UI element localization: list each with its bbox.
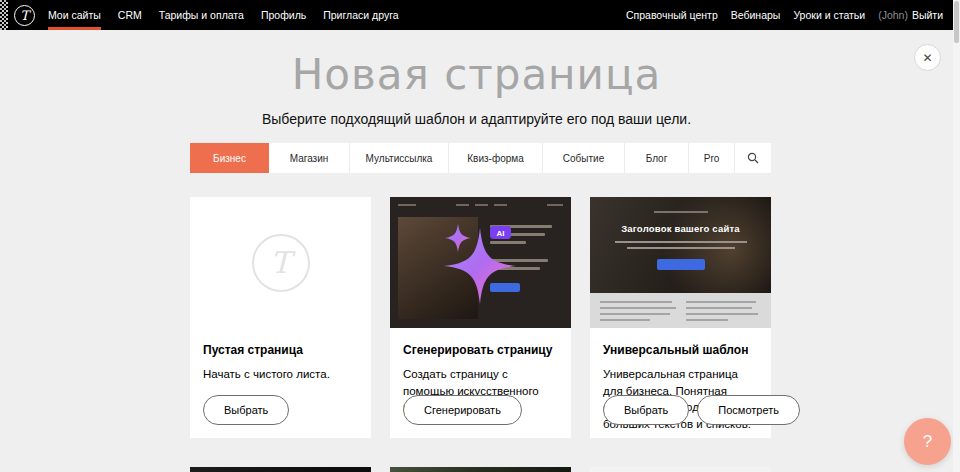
ai-sparkle-icon: AI [430, 210, 530, 315]
nav-my-sites[interactable]: Мои сайты [48, 0, 101, 30]
decor-line [686, 319, 728, 321]
decor-line [600, 313, 670, 315]
preview-cta-block [657, 259, 705, 270]
tab-label: Мультиссылка [366, 153, 433, 164]
nav-invite-friend[interactable]: Пригласи друга [323, 0, 398, 30]
search-icon [747, 152, 759, 164]
card-title: Пустая страница [203, 343, 358, 357]
decor-line [686, 301, 756, 303]
card-body: Универсальный шаблон Универсальная стран… [590, 328, 771, 438]
tab-label: Событие [563, 153, 604, 164]
tab-event[interactable]: Событие [543, 143, 625, 173]
tab-label: Квиз-форма [467, 153, 523, 164]
nav-label: Профиль [261, 9, 306, 21]
nav-label: CRM [118, 9, 142, 21]
card-body: Сгенерировать страницу Создать страницу … [390, 328, 571, 438]
template-card-blank: T Пустая страница Начать с чистого листа… [190, 197, 371, 438]
tilda-ghost-logo-icon: T [252, 234, 310, 292]
link-webinars[interactable]: Вебинары [731, 9, 781, 21]
tilda-logo[interactable]: T [14, 5, 35, 26]
header-right-nav: Справочный центр Вебинары Уроки и статьи… [626, 9, 953, 21]
decor-bar [475, 204, 488, 206]
decor-line [654, 211, 708, 213]
template-card-ai: AI Сгенерировать страницу Создать страни… [390, 197, 571, 438]
decor-line [600, 319, 650, 321]
nav-tariffs[interactable]: Тарифы и оплата [159, 0, 244, 30]
scrollbar-thumb[interactable] [954, 1, 959, 43]
card-actions: Выбрать Посмотреть [603, 395, 800, 425]
link-lessons[interactable]: Уроки и статьи [793, 9, 865, 21]
tab-pro[interactable]: Pro [689, 143, 735, 173]
tab-label: Pro [704, 153, 720, 164]
choose-universal-button[interactable]: Выбрать [603, 395, 689, 425]
tab-label: Бизнес [213, 153, 246, 164]
ai-badge: AI [497, 229, 505, 238]
ai-template-preview[interactable]: AI [390, 197, 571, 328]
decor-line [686, 313, 758, 315]
preview-hero: Заголовок вашего сайта [590, 197, 771, 293]
card-actions: Сгенерировать [403, 395, 522, 425]
scrollbar-track[interactable] [953, 0, 960, 472]
card-actions: Выбрать [203, 395, 289, 425]
tab-multilink[interactable]: Мультиссылка [350, 143, 449, 173]
tab-blog[interactable]: Блог [625, 143, 689, 173]
choose-blank-button[interactable]: Выбрать [203, 395, 289, 425]
tab-label: Блог [646, 153, 668, 164]
decor-line [600, 301, 672, 303]
user-name: (John) [878, 9, 908, 21]
close-button[interactable]: ✕ [914, 44, 941, 71]
logout-link[interactable]: Выйти [912, 9, 943, 21]
card-body: Пустая страница Начать с чистого листа. … [190, 328, 371, 438]
blank-template-preview[interactable]: T [190, 197, 371, 328]
nav-profile[interactable]: Профиль [261, 0, 306, 30]
card-title: Универсальный шаблон [603, 343, 758, 357]
help-button[interactable]: ? [904, 418, 951, 465]
template-preview-partial[interactable] [590, 467, 771, 472]
tab-shop[interactable]: Магазин [269, 143, 350, 173]
template-preview-partial[interactable] [190, 467, 371, 472]
top-header: T Мои сайты CRM Тарифы и оплата Профиль … [0, 0, 953, 30]
tab-business[interactable]: Бизнес [190, 143, 269, 173]
nav-crm[interactable]: CRM [118, 0, 142, 30]
view-universal-button[interactable]: Посмотреть [697, 395, 800, 425]
decor-bar [547, 204, 563, 206]
decor-line [600, 307, 676, 309]
tab-quiz-form[interactable]: Квиз-форма [449, 143, 543, 173]
tab-label: Магазин [290, 153, 329, 164]
tab-search[interactable] [735, 143, 771, 173]
decor-bar [456, 204, 469, 206]
decor-line [615, 241, 747, 243]
header-texture-pattern [0, 0, 8, 30]
new-page-dialog: T Мои сайты CRM Тарифы и оплата Профиль … [0, 0, 960, 472]
generate-button[interactable]: Сгенерировать [403, 395, 522, 425]
template-preview-partial[interactable] [390, 467, 571, 472]
main-nav: Мои сайты CRM Тарифы и оплата Профиль Пр… [48, 0, 399, 30]
decor-line [686, 307, 752, 309]
link-help-center[interactable]: Справочный центр [626, 9, 718, 21]
nav-label: Тарифы и оплата [159, 9, 244, 21]
decor-bar [398, 204, 416, 206]
preview-text-section [590, 293, 771, 328]
page-title: Новая страница [0, 50, 953, 99]
decor-line [627, 247, 735, 249]
close-icon: ✕ [922, 51, 932, 65]
tilda-logo-letter: T [20, 8, 29, 23]
page-subtitle: Выберите подходящий шаблон и адаптируйте… [0, 111, 953, 127]
card-description: Начать с чистого листа. [203, 366, 358, 383]
decor-bar [494, 204, 507, 206]
nav-label: Мои сайты [48, 9, 101, 21]
question-icon: ? [923, 432, 932, 452]
card-title: Сгенерировать страницу [403, 343, 558, 357]
template-category-tabs: Бизнес Магазин Мультиссылка Квиз-форма С… [190, 143, 771, 173]
universal-template-preview[interactable]: Заголовок вашего сайта [590, 197, 771, 328]
nav-label: Пригласи друга [323, 9, 398, 21]
preview-heading: Заголовок вашего сайта [590, 223, 771, 234]
template-card-universal: Заголовок вашего сайта Универсальный шаб… [590, 197, 771, 438]
